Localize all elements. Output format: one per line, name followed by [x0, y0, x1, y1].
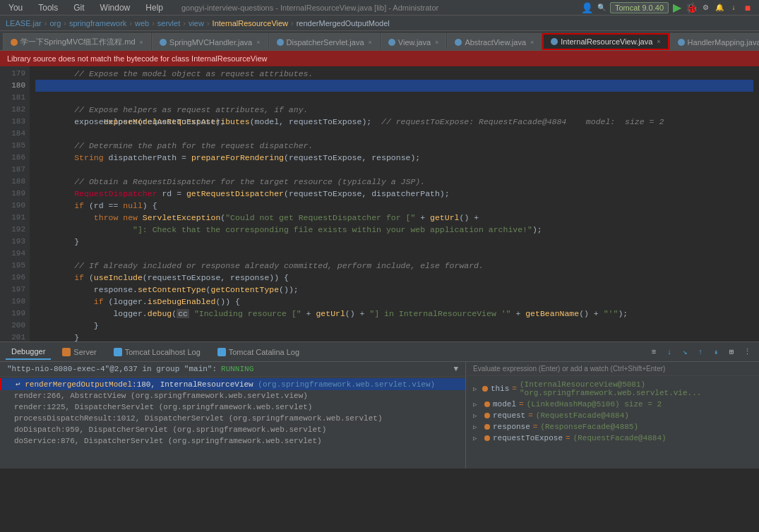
stack-frame-0[interactable]: ↩ renderMergedOutputModel:180, InternalR… [0, 378, 465, 390]
tomcat-localhost-icon [114, 348, 122, 356]
tab-springmvchandler-close[interactable]: × [256, 39, 260, 46]
breadcrumb-org[interactable]: org [49, 19, 61, 28]
step-over-btn[interactable]: ↓ [663, 346, 676, 358]
debug-tab-tomcat-localhost[interactable]: Tomcat Localhost Log [108, 345, 206, 359]
expression-hint: Evaluate expression (Enter) or add a wat… [473, 365, 665, 373]
resume-btn[interactable]: ≡ [647, 346, 660, 358]
step-out-btn[interactable]: ↑ [694, 346, 707, 358]
response-type-dot [484, 424, 490, 430]
breadcrumb-class[interactable]: InternalResourceView [213, 19, 288, 28]
code-line-180: 🔴 ➤ exposeModelAsRequestAttributes(model… [35, 80, 753, 92]
debug-panel: Debugger Server Tomcat Localhost Log Tom… [0, 341, 759, 468]
frame-1-label: render:266, AbstractView (org.springfram… [14, 392, 308, 400]
var-item-model[interactable]: ▷ model = (LinkedHashMap@5106) size = 2 [466, 399, 759, 410]
tab-handlermapping[interactable]: HandlerMapping.java × [670, 33, 759, 50]
tab-internalresourceview[interactable]: InternalResourceView.java × [542, 33, 669, 50]
tab-internalresourceview-icon [551, 38, 558, 45]
tomcat-server-badge[interactable]: Tomcat 9.0.40 [610, 2, 669, 13]
tab-handlermapping-label: HandlerMapping.java [688, 38, 759, 47]
expand-requesttoexpose-icon[interactable]: ▷ [473, 435, 482, 442]
stack-frame-5[interactable]: doService:876, DispatcherServlet (org.sp… [0, 435, 465, 447]
settings-debug-btn[interactable]: ⋮ [741, 346, 753, 358]
tab-md[interactable]: 学一下SpringMVC细工作流程.md × [3, 33, 151, 50]
code-content[interactable]: // Expose the model object as request at… [30, 66, 759, 341]
code-line-194 [35, 248, 753, 260]
stack-frame-2[interactable]: render:1225, DispatcherServlet (org.spri… [0, 401, 465, 413]
frame-0-label: ↩ renderMergedOutputModel:180, InternalR… [16, 380, 435, 389]
code-line-184 [35, 128, 753, 140]
tab-internalresourceview-label: InternalResourceView.java [561, 37, 652, 46]
debug-toolbar: ≡ ↓ ↘ ↑ ↡ ⊞ ⋮ [647, 346, 753, 358]
run-to-cursor-btn[interactable]: ↡ [710, 346, 722, 358]
tab-springmvchandler-label: SpringMVCHandler.java [169, 38, 252, 47]
expand-model-icon[interactable]: ▷ [473, 401, 482, 409]
code-line-192: "]: Check that the corresponding file ex… [35, 224, 753, 236]
breadcrumb-servlet[interactable]: servlet [157, 19, 180, 28]
model-type-dot [484, 401, 490, 407]
warning-text: Library source does not match the byteco… [7, 54, 268, 63]
tab-md-label: 学一下SpringMVC细工作流程.md [20, 37, 136, 47]
menu-you[interactable]: You [6, 1, 25, 14]
profile-icon[interactable]: 👤 [582, 2, 593, 13]
code-line-185: // Determine the path for the request di… [35, 140, 753, 152]
tab-abstractview-icon [455, 39, 462, 46]
update-icon[interactable]: ↓ [728, 2, 739, 13]
debug-tab-debugger[interactable]: Debugger [6, 344, 51, 360]
debug-tab-debugger-label: Debugger [11, 347, 45, 356]
breadcrumb-springframework[interactable]: springframework [69, 19, 126, 28]
stack-frame-3[interactable]: processDispatchResult:1012, DispatcherSe… [0, 413, 465, 424]
breadcrumb-release[interactable]: LEASE.jar [6, 19, 42, 28]
tab-springmvchandler[interactable]: SpringMVCHandler.java × [152, 33, 268, 50]
code-line-188: // Obtain a RequestDispatcher for the ta… [35, 176, 753, 188]
menu-git[interactable]: Git [71, 1, 87, 14]
tab-abstractview-close[interactable]: × [530, 39, 534, 46]
menu-window[interactable]: Window [97, 1, 133, 14]
tab-abstractview[interactable]: AbstractView.java × [447, 33, 542, 50]
code-line-198: if (logger.isDebugEnabled()) { [35, 296, 753, 308]
debug-tab-tomcat-localhost-label: Tomcat Localhost Log [125, 348, 201, 356]
tab-dispatcherservlet-icon [277, 39, 284, 46]
variables-list[interactable]: ▷ this = (InternalResourceView@5081) "or… [466, 376, 759, 468]
frame-2-label: render:1225, DispatcherServlet (org.spri… [14, 403, 312, 411]
debug-tab-server[interactable]: Server [56, 345, 102, 359]
evaluate-btn[interactable]: ⊞ [725, 346, 738, 358]
code-line-179: // Expose the model object as request at… [35, 68, 753, 80]
code-line-190: ▷ if (rd == null) { [35, 200, 753, 212]
tab-md-icon [11, 39, 18, 46]
tab-dispatcherservlet-close[interactable]: × [369, 39, 372, 46]
expand-request-icon[interactable]: ▷ [473, 412, 482, 420]
stack-frames[interactable]: ↩ renderMergedOutputModel:180, InternalR… [0, 377, 465, 468]
breadcrumb-web[interactable]: web [135, 19, 149, 28]
breadcrumb-method[interactable]: renderMergedOutputModel [297, 19, 390, 28]
project-title: gongyi-interview-questions - InternalRes… [181, 4, 438, 12]
breadcrumb-bar: LEASE.jar › org › springframework › web … [0, 16, 759, 31]
filter-icon[interactable]: ▼ [453, 365, 458, 373]
var-item-requesttoexpose[interactable]: ▷ requestToExpose = (RequestFacade@4884) [466, 433, 759, 444]
var-item-response[interactable]: ▷ response = (ResponseFacade@4885) [466, 421, 759, 433]
tab-view-close[interactable]: × [435, 39, 438, 46]
stack-frame-1[interactable]: render:266, AbstractView (org.springfram… [0, 390, 465, 401]
expand-this-icon[interactable]: ▷ [473, 385, 479, 393]
menu-help[interactable]: Help [143, 1, 166, 14]
expand-response-icon[interactable]: ▷ [473, 423, 482, 431]
tab-dispatcherservlet[interactable]: DispatcherServlet.java × [269, 33, 380, 50]
tab-md-close[interactable]: × [140, 39, 143, 46]
var-item-this[interactable]: ▷ this = (InternalResourceView@5081) "or… [466, 379, 759, 399]
code-line-187 [35, 164, 753, 176]
debug-run-icon[interactable]: 🐞 [686, 2, 697, 13]
tab-view[interactable]: View.java × [381, 33, 447, 50]
tab-internalresourceview-close[interactable]: × [657, 38, 660, 45]
stack-frame-4[interactable]: doDispatch:959, DispatcherServlet (org.s… [0, 424, 465, 435]
menu-tools[interactable]: Tools [35, 1, 61, 14]
stop-icon[interactable]: ■ [742, 2, 753, 13]
debug-tab-tomcat-catalina[interactable]: Tomcat Catalina Log [212, 345, 305, 359]
breadcrumb-view[interactable]: view [189, 19, 204, 28]
step-into-btn[interactable]: ↘ [679, 346, 691, 358]
expression-bar[interactable]: Evaluate expression (Enter) or add a wat… [466, 362, 759, 376]
var-item-request[interactable]: ▷ request = (RequestFacade@4884) [466, 410, 759, 421]
search-icon[interactable]: 🔍 [596, 2, 607, 13]
settings-icon[interactable]: ⚙ [700, 2, 711, 13]
notification-icon[interactable]: 🔔 [714, 2, 725, 13]
code-line-182: // Expose helpers as request attributes,… [35, 104, 753, 116]
run-icon[interactable]: ▶ [671, 2, 683, 13]
